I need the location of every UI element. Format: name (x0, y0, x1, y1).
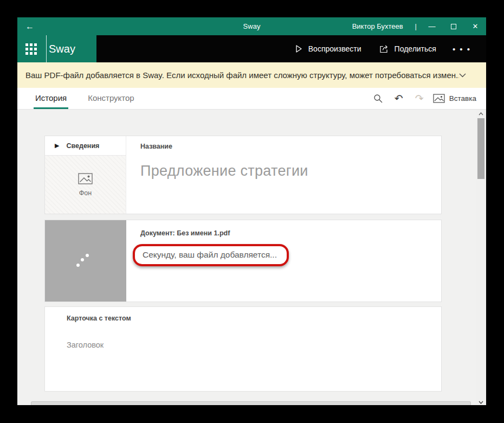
title-card-body: Название Предложение стратегии (126, 136, 441, 214)
scroll-up-button[interactable] (476, 110, 486, 118)
background-label: Фон (79, 189, 92, 197)
text-card-header: Карточка с текстом (67, 315, 441, 322)
title-card-side-panel: ▶ Сведения Фон (45, 136, 126, 214)
details-arrow-icon: ▶ (55, 142, 59, 149)
more-icon: • • • (453, 44, 471, 54)
scroll-down-icon (479, 401, 483, 404)
redo-button[interactable]: ↷ (409, 88, 430, 109)
background-button[interactable]: Фон (45, 156, 126, 214)
more-button[interactable]: • • • (445, 44, 479, 54)
sway-logo: Sway (49, 43, 75, 55)
insert-image-icon (433, 94, 445, 103)
tab-storyline-label: История (35, 93, 67, 102)
chevron-down-icon (459, 70, 466, 79)
maximize-button[interactable] (443, 17, 464, 35)
scroll-up-icon (479, 112, 483, 116)
app-bar: Sway Воспроизвести Поделиться (17, 35, 486, 62)
share-icon (379, 44, 389, 54)
undo-icon: ↶ (395, 93, 403, 104)
undo-button[interactable]: ↶ (389, 88, 409, 109)
redo-icon: ↷ (415, 93, 424, 104)
document-card-header: Документ: Без имени 1.pdf (140, 229, 441, 237)
search-icon (373, 94, 383, 104)
storyline-content: ▶ Сведения Фон Название Предло (17, 110, 486, 405)
details-toggle[interactable]: ▶ Сведения (45, 136, 126, 156)
share-button[interactable]: Поделиться (370, 35, 445, 62)
app-brand-area: Sway (17, 35, 96, 62)
tab-toolbar: ↶ ↷ Вставка (368, 88, 486, 109)
notification-text: Ваш PDF-файл добавляется в Sway. Если ис… (25, 70, 459, 80)
minimize-button[interactable]: — (421, 17, 443, 35)
tab-design-label: Конструктор (88, 93, 134, 102)
brand-separator (46, 35, 47, 62)
play-icon (294, 44, 303, 53)
background-image-icon (78, 173, 93, 184)
tab-design[interactable]: Конструктор (86, 88, 136, 109)
tab-storyline[interactable]: История (34, 88, 68, 109)
search-button[interactable] (368, 88, 389, 109)
banner-expand-button[interactable] (459, 73, 466, 78)
notification-banner: Ваш PDF-файл добавляется в Sway. Если ис… (17, 62, 486, 88)
maximize-icon (451, 24, 456, 29)
red-annotation-highlight: Секунду, ваш файл добавляется... (133, 244, 289, 266)
user-name: Виктор Бухтеев (352, 22, 403, 30)
back-button[interactable]: ← (17, 22, 42, 31)
vertical-scrollbar[interactable] (476, 110, 486, 405)
close-button[interactable]: ✕ (464, 17, 486, 35)
document-card-body: Документ: Без имени 1.pdf Секунду, ваш ф… (126, 220, 441, 302)
details-label: Сведения (66, 142, 99, 150)
text-card: Карточка с текстом Заголовок (44, 306, 442, 392)
sway-title-field[interactable]: Предложение стратегии (140, 163, 441, 180)
play-button[interactable]: Воспроизвести (286, 35, 370, 62)
document-card: Документ: Без имени 1.pdf Секунду, ваш ф… (44, 220, 442, 302)
name-field-label: Название (140, 143, 441, 150)
tab-bar: История Конструктор ↶ ↷ (17, 88, 486, 110)
titlebar-divider: | (415, 22, 417, 30)
document-thumbnail (45, 220, 126, 302)
heading-placeholder-field[interactable]: Заголовок (67, 341, 441, 349)
waffle-menu-icon[interactable] (25, 43, 37, 55)
insert-button-label: Вставка (449, 94, 476, 102)
insert-button[interactable]: Вставка (430, 94, 480, 103)
upload-status-text: Секунду, ваш файл добавляется... (143, 250, 277, 259)
play-button-label: Воспроизвести (308, 44, 361, 53)
title-card: ▶ Сведения Фон Название Предло (44, 136, 442, 214)
scroll-down-button[interactable] (476, 401, 486, 404)
scrollbar-thumb[interactable] (477, 118, 484, 179)
sway-app-window: ← Sway Виктор Бухтеев | — ✕ S (17, 17, 486, 405)
appbar-actions: Воспроизвести Поделиться • • • (96, 35, 486, 62)
title-bar: ← Sway Виктор Бухтеев | — ✕ (17, 17, 486, 35)
text-card-body: Карточка с текстом Заголовок (45, 307, 441, 349)
back-arrow-icon: ← (25, 22, 34, 31)
share-button-label: Поделиться (395, 44, 436, 53)
next-group-peek-bar[interactable] (31, 401, 471, 405)
